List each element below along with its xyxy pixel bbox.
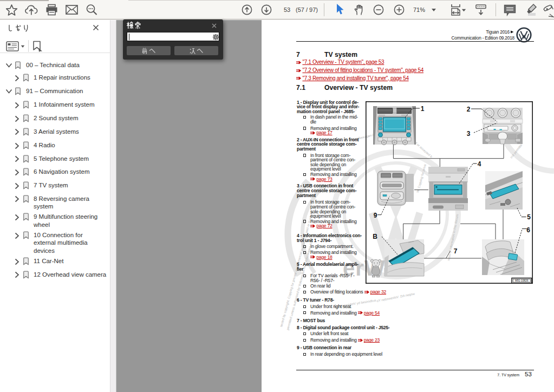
svg-text:B: B [373,233,377,240]
svg-text:9: 9 [374,212,377,219]
svg-text:5: 5 [527,213,531,221]
svg-text:7: 7 [454,247,458,255]
svg-text:1: 1 [421,105,425,113]
svg-text:4: 4 [478,160,481,168]
svg-text:6: 6 [526,226,530,234]
svg-text:3: 3 [467,130,471,138]
svg-text:2: 2 [467,106,471,113]
svg-text:M91-10826: M91-10826 [515,279,529,282]
